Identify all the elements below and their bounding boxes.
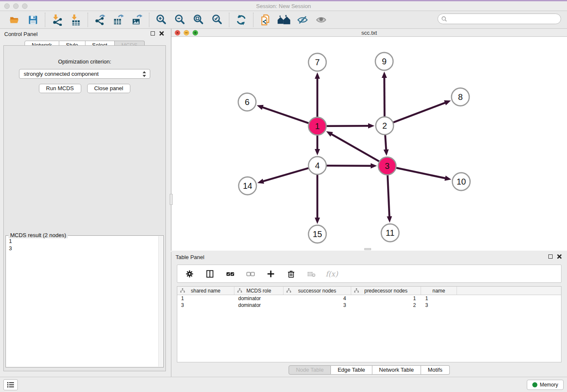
tab-motifs[interactable]: Motifs — [421, 365, 450, 375]
zoom-in-icon[interactable] — [154, 14, 168, 26]
network-graph: 7968124314101511 — [171, 37, 567, 251]
zoom-fit-icon[interactable] — [192, 14, 205, 26]
column-header-shared-name[interactable]: shared name — [177, 287, 234, 295]
graph-edge-3-1[interactable] — [330, 134, 379, 161]
statusbar: Memory — [0, 377, 567, 392]
graph-node-label: 6 — [245, 97, 249, 107]
panel-splitter-handle[interactable] — [170, 194, 173, 205]
memory-button[interactable]: Memory — [527, 380, 564, 390]
sort-icon — [286, 288, 291, 293]
graph-edge-arrowhead — [371, 163, 377, 168]
table-row[interactable]: 3 dominator 3 2 3 — [177, 302, 561, 309]
criterion-select[interactable]: strongly connected component — [19, 69, 150, 79]
graph-edge-arrowhead — [445, 176, 451, 181]
optimization-criterion-label: Optimization criterion: — [4, 58, 165, 65]
network-view-window: scc.txt 7968124314101511 — [171, 29, 567, 251]
import-table-icon[interactable] — [69, 14, 83, 26]
table-settings-gear-icon[interactable] — [184, 268, 195, 280]
float-panel-icon[interactable] — [151, 31, 155, 36]
graph-edge-3-11[interactable] — [388, 175, 389, 218]
task-history-button[interactable] — [3, 379, 18, 390]
graph-node-label: 8 — [458, 92, 462, 102]
import-network-icon[interactable] — [50, 14, 64, 26]
graph-node-label: 2 — [382, 121, 387, 130]
graph-edge-4-14[interactable] — [262, 168, 308, 182]
tab-node-table[interactable]: Node Table — [289, 365, 331, 375]
graph-node-label: 7 — [315, 58, 319, 67]
titlebar: Session: New Session — [0, 0, 567, 11]
graph-edge-arrowhead — [315, 149, 320, 155]
graph-edge-arrowhead — [383, 149, 388, 156]
home-icon[interactable] — [277, 14, 291, 26]
toolbar-separator — [149, 13, 149, 27]
list-icon — [7, 381, 14, 388]
result-scrollbar[interactable] — [158, 236, 163, 367]
close-table-panel-icon[interactable] — [557, 254, 562, 259]
table-panel-title: Table Panel — [176, 254, 204, 260]
column-header-predecessor-nodes[interactable]: predecessor nodes — [351, 287, 421, 295]
cell-successor-nodes: 3 — [284, 302, 351, 309]
graph-node-label: 1 — [315, 121, 319, 131]
graph-edge-2-9[interactable] — [384, 77, 385, 116]
open-session-icon[interactable] — [8, 14, 21, 26]
toolbar-separator — [229, 13, 229, 27]
function-builder-icon: f(x) — [326, 268, 337, 280]
show-columns-icon[interactable] — [204, 268, 215, 280]
export-table-icon[interactable] — [112, 14, 125, 26]
deselect-all-icon[interactable] — [245, 268, 256, 280]
cell-mcds-role: dominator — [234, 295, 284, 302]
network-title: scc.txt — [171, 30, 567, 36]
hide-graphics-icon[interactable] — [296, 14, 309, 26]
table-panel: Table Panel — [171, 252, 567, 377]
graph-edge-2-8[interactable] — [394, 102, 446, 122]
graph-edge-1-6[interactable] — [261, 107, 308, 123]
cell-successor-nodes: 4 — [284, 295, 351, 302]
graph-edge-4-3[interactable] — [327, 166, 372, 166]
canvas-resize-handle[interactable] — [364, 248, 371, 250]
close-panel-button[interactable]: Close panel — [87, 84, 131, 93]
graph-node-label: 10 — [457, 177, 466, 186]
column-header-name[interactable]: name — [421, 287, 457, 295]
run-mcds-button[interactable]: Run MCDS — [39, 84, 81, 93]
create-column-icon[interactable] — [265, 268, 276, 280]
new-network-from-selection-icon[interactable] — [259, 14, 272, 26]
window-title: Session: New Session — [0, 3, 567, 9]
zoom-selected-icon[interactable] — [210, 14, 224, 26]
sort-icon — [354, 288, 359, 293]
search-input[interactable] — [447, 15, 561, 23]
float-table-panel-icon[interactable] — [548, 254, 553, 259]
graph-edge-arrowhead — [368, 123, 374, 128]
column-header-successor-nodes[interactable]: successor nodes — [284, 287, 351, 295]
cell-shared-name: 1 — [177, 295, 234, 302]
export-image-icon[interactable] — [130, 14, 144, 26]
zoom-out-icon[interactable] — [173, 14, 187, 26]
tab-network-table[interactable]: Network Table — [372, 365, 421, 375]
table-tabs: Node Table Edge Table Network Table Moti… — [171, 365, 567, 375]
select-all-icon[interactable] — [225, 268, 236, 280]
control-panel: Control Panel Network Style Select MCDS … — [0, 29, 169, 377]
graph-edge-arrowhead — [315, 218, 320, 224]
save-session-icon[interactable] — [26, 14, 40, 26]
show-graphics-icon[interactable] — [314, 14, 328, 26]
cell-predecessor-nodes: 2 — [351, 302, 421, 309]
graph-edge-2-3[interactable] — [385, 135, 386, 151]
sort-icon — [180, 288, 185, 293]
graph-edge-arrowhead — [444, 100, 451, 105]
graph-node-label: 9 — [382, 57, 386, 66]
mcds-result-list[interactable]: 1 3 — [7, 237, 158, 366]
graph-node-label: 15 — [313, 229, 322, 239]
network-canvas[interactable]: 7968124314101511 — [171, 37, 567, 251]
column-header-mcds-role[interactable]: MCDS role — [234, 287, 284, 295]
table-row[interactable]: 1 dominator 4 1 1 — [177, 295, 561, 302]
graph-edge-1-2[interactable] — [327, 126, 369, 126]
control-panel-title: Control Panel — [4, 31, 38, 37]
memory-label: Memory — [540, 382, 558, 388]
mcds-result-box: MCDS result (2 nodes) 1 3 — [6, 235, 164, 367]
refresh-icon[interactable] — [234, 14, 248, 26]
graph-edge-arrowhead — [382, 72, 387, 78]
export-network-icon[interactable] — [93, 14, 107, 26]
delete-column-icon[interactable] — [286, 268, 297, 280]
graph-edge-3-10[interactable] — [396, 168, 446, 179]
tab-edge-table[interactable]: Edge Table — [331, 365, 372, 375]
close-panel-icon[interactable] — [159, 31, 164, 36]
